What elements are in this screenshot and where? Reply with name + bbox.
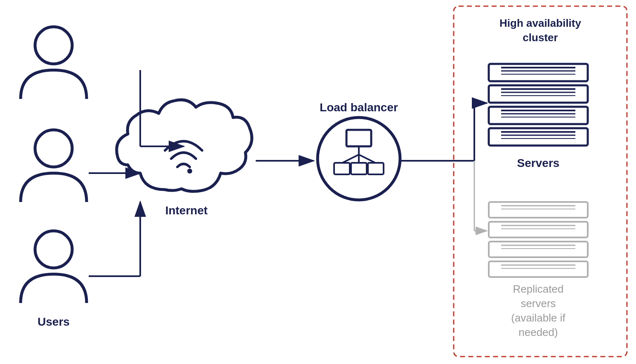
ha-cluster-label-line2: cluster <box>523 31 558 44</box>
svg-rect-20 <box>489 85 588 103</box>
svg-rect-16 <box>489 64 588 81</box>
svg-point-3 <box>35 27 72 64</box>
active-servers-icon <box>489 64 588 146</box>
svg-rect-32 <box>489 202 588 218</box>
user-2-icon <box>21 130 87 202</box>
svg-point-6 <box>187 169 192 174</box>
load-balancer-label: Load balancer <box>320 101 398 114</box>
replicated-label-line4: needed) <box>518 326 558 338</box>
svg-rect-38 <box>489 242 588 257</box>
diagram-container: Users Internet <box>0 0 636 364</box>
internet-label: Internet <box>165 204 208 217</box>
replicated-label-line2: servers <box>521 297 556 310</box>
replicated-label-line1: Replicated <box>513 283 564 295</box>
load-balancer-icon <box>318 117 400 200</box>
servers-label: Servers <box>517 157 560 169</box>
svg-point-4 <box>35 130 72 167</box>
svg-rect-28 <box>489 128 588 146</box>
svg-point-5 <box>35 231 72 268</box>
ha-cluster-label-line1: High availability <box>499 17 581 29</box>
user-3-icon <box>21 231 87 303</box>
internet-cloud-icon <box>117 100 252 191</box>
replicated-label-line3: (available if <box>511 312 565 324</box>
users-label: Users <box>38 315 70 328</box>
svg-rect-41 <box>489 261 588 277</box>
user-1-icon <box>21 27 87 99</box>
replicated-servers-icon <box>489 202 588 277</box>
svg-rect-24 <box>489 107 588 124</box>
svg-rect-35 <box>489 222 588 237</box>
